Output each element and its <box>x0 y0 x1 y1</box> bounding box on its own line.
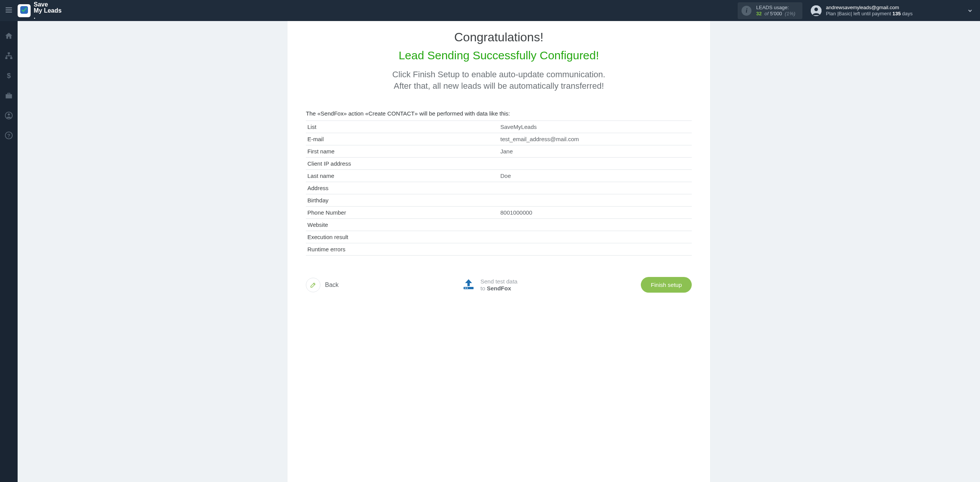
account-menu[interactable]: andrewsavemyleads@gmail.com Plan |Basic|… <box>811 5 973 17</box>
field-value: Doe <box>499 170 692 182</box>
avatar-icon <box>811 5 822 16</box>
usage-label: LEADS usage: <box>756 5 795 11</box>
usage-of: of <box>764 11 769 16</box>
action-preface: The «SendFox» action «Create CONTACT» wi… <box>306 110 692 117</box>
preview-table: ListSaveMyLeadsE-mailtest_email_address@… <box>306 120 692 256</box>
field-name: Last name <box>306 170 499 182</box>
hamburger-icon <box>5 6 13 15</box>
field-name: Birthday <box>306 194 499 207</box>
user-icon <box>5 111 13 121</box>
sidebar-item-account[interactable] <box>4 111 13 120</box>
upload-icon <box>462 278 475 291</box>
field-value: SaveMyLeads <box>499 121 692 133</box>
field-value <box>499 182 692 194</box>
usage-pct: (1%) <box>785 11 795 16</box>
menu-toggle-button[interactable] <box>0 0 18 21</box>
subheading-line1: Click Finish Setup to enable auto-update… <box>306 69 692 80</box>
field-value <box>499 219 692 231</box>
account-plan: Plan |Basic| left until payment 135 days <box>826 11 913 17</box>
footer-actions: Back Send test data to SendFox Finish se… <box>306 277 692 293</box>
field-name: E-mail <box>306 133 499 145</box>
usage-used: 32 <box>756 11 761 16</box>
home-icon <box>5 32 13 41</box>
subheading: Click Finish Setup to enable auto-update… <box>306 69 692 92</box>
table-row: ListSaveMyLeads <box>306 121 692 133</box>
field-name: Client IP address <box>306 158 499 170</box>
content-panel: Congratulations! Lead Sending Successful… <box>287 21 710 482</box>
sidebar-item-connections[interactable] <box>4 52 13 61</box>
heading-congrats: Congratulations! <box>306 30 692 44</box>
leads-usage-box: i LEADS usage: 32 of 5'000 (1%) <box>738 2 802 19</box>
field-name: Runtime errors <box>306 243 499 256</box>
account-text: andrewsavemyleads@gmail.com Plan |Basic|… <box>826 5 913 17</box>
dollar-icon: $ <box>5 72 13 81</box>
finish-setup-button[interactable]: Finish setup <box>641 277 692 293</box>
field-name: Website <box>306 219 499 231</box>
table-row: Client IP address <box>306 158 692 170</box>
top-bar: Save My Leads . i LEADS usage: 32 of 5'0… <box>0 0 980 21</box>
svg-point-5 <box>814 7 818 11</box>
chevron-down-icon <box>967 8 973 14</box>
brand-line1: Save <box>34 2 62 8</box>
send-test-destination: SendFox <box>487 285 511 291</box>
svg-rect-6 <box>8 52 10 54</box>
field-name: Execution result <box>306 231 499 243</box>
checkmark-icon <box>20 6 28 15</box>
page-body: Congratulations! Lead Sending Successful… <box>18 21 980 482</box>
send-test-label: Send test data to SendFox <box>480 278 518 292</box>
sidebar-item-briefcase[interactable] <box>4 91 13 101</box>
table-row: First nameJane <box>306 145 692 158</box>
pencil-icon <box>306 278 320 292</box>
svg-rect-7 <box>5 57 8 59</box>
table-row: Website <box>306 219 692 231</box>
table-row: Execution result <box>306 231 692 243</box>
brand-logo <box>18 4 31 17</box>
table-row: Birthday <box>306 194 692 207</box>
brand-line2: My Leads <box>34 8 62 14</box>
back-button[interactable]: Back <box>306 278 339 292</box>
field-name: Address <box>306 182 499 194</box>
leads-usage-text: LEADS usage: 32 of 5'000 (1%) <box>756 5 795 17</box>
subheading-line2: After that, all new leads will be automa… <box>306 80 692 92</box>
svg-rect-16 <box>465 288 466 288</box>
sidebar-item-billing[interactable]: $ <box>4 72 13 81</box>
field-value <box>499 158 692 170</box>
table-row: Phone Number8001000000 <box>306 207 692 219</box>
send-test-line1: Send test data <box>480 278 518 285</box>
table-row: Last nameDoe <box>306 170 692 182</box>
help-icon: ? <box>5 131 13 141</box>
svg-point-12 <box>8 113 10 116</box>
svg-rect-10 <box>6 94 12 98</box>
account-email: andrewsavemyleads@gmail.com <box>826 5 913 11</box>
table-row: E-mailtest_email_address@mail.com <box>306 133 692 145</box>
sidebar-item-home[interactable] <box>4 32 13 41</box>
field-name: List <box>306 121 499 133</box>
field-name: Phone Number <box>306 207 499 219</box>
briefcase-icon <box>5 91 13 101</box>
field-value <box>499 231 692 243</box>
svg-text:$: $ <box>7 72 11 80</box>
sidebar: $ ? <box>0 21 18 482</box>
send-test-button[interactable]: Send test data to SendFox <box>462 278 518 292</box>
usage-total: 5'000 <box>770 11 782 16</box>
field-value: test_email_address@mail.com <box>499 133 692 145</box>
table-row: Address <box>306 182 692 194</box>
table-row: Runtime errors <box>306 243 692 256</box>
field-name: First name <box>306 145 499 158</box>
sidebar-item-help[interactable]: ? <box>4 131 13 140</box>
heading-success: Lead Sending Successfully Configured! <box>306 49 692 62</box>
sitemap-icon <box>5 52 13 61</box>
field-value: Jane <box>499 145 692 158</box>
field-value <box>499 243 692 256</box>
svg-rect-17 <box>467 288 468 288</box>
field-value: 8001000000 <box>499 207 692 219</box>
svg-rect-8 <box>10 57 12 59</box>
back-label: Back <box>325 282 339 288</box>
svg-text:?: ? <box>7 132 10 138</box>
info-icon: i <box>742 6 751 16</box>
brand-name: Save My Leads . <box>34 2 62 20</box>
field-value <box>499 194 692 207</box>
